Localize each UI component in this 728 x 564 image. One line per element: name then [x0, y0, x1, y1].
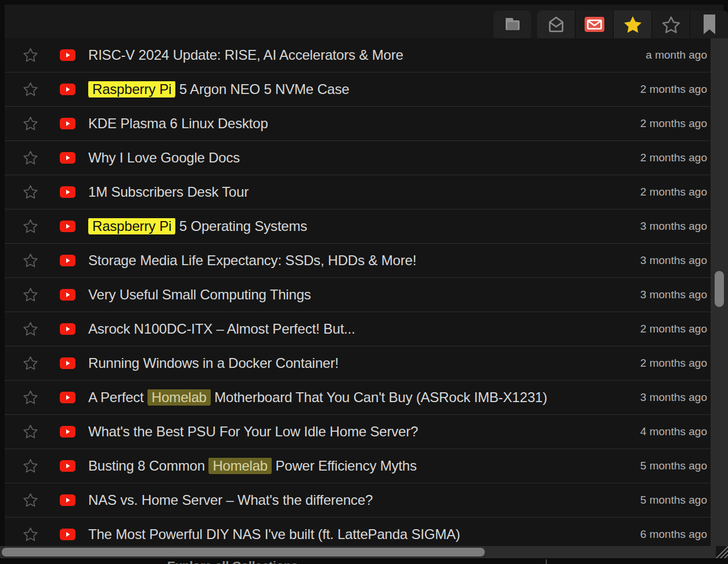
article-timestamp: 5 months ago: [640, 494, 707, 507]
article-timestamp: 2 months ago: [640, 323, 707, 335]
list-item[interactable]: What's the Best PSU For Your Low Idle Ho…: [5, 415, 711, 449]
read-later-button[interactable]: [690, 10, 728, 41]
article-title[interactable]: Storage Media Life Expectancy: SSDs, HDD…: [88, 252, 612, 269]
youtube-icon: [60, 323, 75, 335]
article-title[interactable]: A Perfect Homelab Motherboard That You C…: [88, 389, 612, 406]
star-toggle-button[interactable]: [23, 253, 38, 269]
star-toggle-button[interactable]: [23, 493, 38, 508]
title-text: Power Efficiency Myths: [272, 458, 417, 473]
title-text: Asrock N100DC-ITX – Almost Perfect! But.…: [88, 321, 355, 337]
list-item[interactable]: RISC-V 2024 Update: RISE, AI Accelerator…: [5, 38, 711, 73]
article-timestamp: 2 months ago: [640, 186, 707, 198]
explore-collections-link[interactable]: Explore all Collections: [167, 559, 298, 564]
article-title[interactable]: 1M Subscribers Desk Tour: [88, 184, 612, 200]
title-text: NAS vs. Home Server – What's the differe…: [88, 492, 373, 508]
title-text: 1M Subscribers Desk Tour: [88, 184, 248, 200]
clipped-footer: Explore all Collections: [0, 558, 728, 564]
article-title[interactable]: RISC-V 2024 Update: RISE, AI Accelerator…: [88, 47, 612, 63]
title-text: 5 Argon NEO 5 NVMe Case: [175, 81, 349, 97]
list-item[interactable]: Very Useful Small Computing Things 3 mon…: [5, 278, 711, 312]
article-timestamp: 6 months ago: [640, 528, 707, 541]
article-timestamp: 4 months ago: [640, 425, 707, 438]
folder-icon: [503, 16, 522, 35]
horizontal-scrollbar-track[interactable]: [0, 546, 716, 558]
article-title[interactable]: Running Windows in a Docker Container!: [88, 355, 612, 371]
footer-divider: [546, 559, 547, 564]
article-title[interactable]: KDE Plasma 6 Linux Desktop: [88, 115, 612, 132]
star-toggle-button[interactable]: [23, 150, 38, 166]
title-text: 5 Operating Systems: [175, 218, 307, 234]
title-text: KDE Plasma 6 Linux Desktop: [88, 115, 268, 131]
horizontal-scrollbar-thumb[interactable]: [2, 548, 485, 556]
title-text: Why I Love Google Docs: [88, 150, 240, 165]
title-text: Storage Media Life Expectancy: SSDs, HDD…: [88, 252, 416, 268]
star-toggle-button[interactable]: [23, 185, 38, 200]
article-title[interactable]: Busting 8 Common Homelab Power Efficienc…: [88, 458, 612, 474]
article-title[interactable]: Raspberry Pi 5 Operating Systems: [88, 218, 612, 234]
article-title[interactable]: Asrock N100DC-ITX – Almost Perfect! But.…: [88, 321, 612, 337]
article-timestamp: 2 months ago: [640, 117, 707, 130]
star-filled-icon: [623, 15, 643, 36]
list-item[interactable]: Why I Love Google Docs 2 months ago: [5, 141, 711, 175]
title-text: Motherboard That You Can't Buy (ASRock I…: [211, 389, 547, 405]
article-timestamp: 3 months ago: [640, 391, 707, 404]
star-toggle-button[interactable]: [23, 219, 38, 234]
article-timestamp: 3 months ago: [640, 288, 707, 301]
star-toggle-button[interactable]: [23, 424, 38, 440]
title-text: A Perfect: [88, 389, 147, 405]
list-item[interactable]: 1M Subscribers Desk Tour 2 months ago: [5, 175, 711, 209]
list-item[interactable]: Running Windows in a Docker Container! 2…: [5, 346, 711, 381]
star-toggle-button[interactable]: [23, 287, 38, 303]
list-item[interactable]: Busting 8 Common Homelab Power Efficienc…: [5, 449, 711, 483]
title-text: RISC-V 2024 Update: RISE, AI Accelerator…: [88, 47, 403, 63]
youtube-icon: [60, 220, 75, 232]
unread-button[interactable]: [575, 10, 614, 41]
article-timestamp: a month ago: [646, 49, 707, 62]
youtube-icon: [60, 49, 75, 61]
filter-button-group: [537, 10, 728, 41]
article-title[interactable]: Very Useful Small Computing Things: [88, 287, 612, 303]
list-item[interactable]: Asrock N100DC-ITX – Almost Perfect! But.…: [5, 312, 711, 346]
list-item[interactable]: Raspberry Pi 5 Argon NEO 5 NVMe Case 2 m…: [5, 73, 711, 107]
title-text: Very Useful Small Computing Things: [88, 287, 311, 302]
star-toggle-button[interactable]: [23, 527, 38, 543]
youtube-icon: [60, 426, 75, 438]
star-toggle-button[interactable]: [23, 321, 38, 337]
title-text: The Most Powerful DIY NAS I've built (ft…: [88, 526, 460, 542]
star-toggle-button[interactable]: [23, 390, 38, 406]
open-envelope-icon: [547, 15, 565, 36]
vertical-scrollbar-thumb[interactable]: [715, 271, 724, 307]
article-list: RISC-V 2024 Update: RISE, AI Accelerator…: [5, 38, 711, 552]
list-item[interactable]: A Perfect Homelab Motherboard That You C…: [5, 381, 711, 415]
vertical-scrollbar-track[interactable]: [711, 38, 728, 546]
article-timestamp: 2 months ago: [640, 357, 707, 370]
list-item[interactable]: Raspberry Pi 5 Operating Systems 3 month…: [5, 209, 711, 244]
header-bar: [5, 5, 723, 38]
article-title[interactable]: The Most Powerful DIY NAS I've built (ft…: [88, 526, 612, 543]
star-toggle-button[interactable]: [23, 82, 38, 97]
youtube-icon: [60, 392, 75, 403]
youtube-icon: [60, 84, 75, 95]
star-toggle-button[interactable]: [23, 458, 38, 474]
star-toggle-button[interactable]: [23, 48, 38, 63]
folders-button[interactable]: [493, 10, 531, 41]
starred-button[interactable]: [614, 10, 652, 41]
unstarred-button[interactable]: [652, 10, 690, 41]
list-item[interactable]: KDE Plasma 6 Linux Desktop 2 months ago: [5, 107, 711, 141]
list-item[interactable]: NAS vs. Home Server – What's the differe…: [5, 483, 711, 518]
article-timestamp: 3 months ago: [640, 254, 707, 267]
youtube-icon: [60, 357, 75, 369]
article-title[interactable]: What's the Best PSU For Your Low Idle Ho…: [88, 424, 612, 440]
inbox-button[interactable]: [537, 10, 575, 41]
article-title[interactable]: Raspberry Pi 5 Argon NEO 5 NVMe Case: [88, 81, 612, 97]
youtube-icon: [60, 289, 75, 301]
highlighted-term: Homelab: [208, 458, 272, 474]
star-toggle-button[interactable]: [23, 116, 38, 132]
star-toggle-button[interactable]: [23, 356, 38, 371]
list-item[interactable]: Storage Media Life Expectancy: SSDs, HDD…: [5, 244, 711, 278]
article-title[interactable]: NAS vs. Home Server – What's the differe…: [88, 492, 612, 508]
star-outline-icon: [661, 15, 681, 36]
youtube-icon: [60, 529, 75, 540]
youtube-icon: [60, 494, 75, 506]
article-title[interactable]: Why I Love Google Docs: [88, 150, 612, 166]
